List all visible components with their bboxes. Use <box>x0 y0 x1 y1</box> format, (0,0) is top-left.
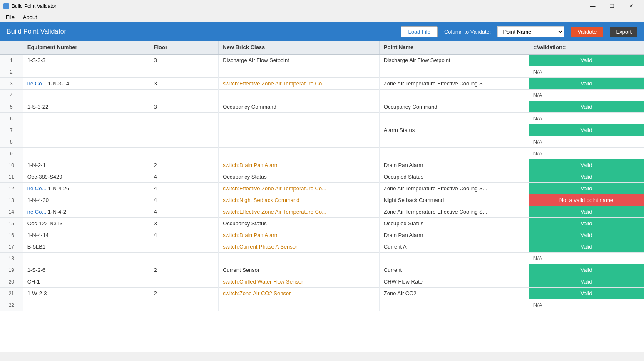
cell-validation: N/A <box>529 299 644 311</box>
cell-row-num: 11 <box>0 171 23 183</box>
cell-floor <box>149 148 219 159</box>
table-row: 20CH-1switch:Chilled Water Flow SensorCH… <box>0 276 644 288</box>
cell-validation: N/A <box>529 136 644 148</box>
load-file-button[interactable]: Load File <box>401 26 437 37</box>
cell-point-name: Night Setback Command <box>379 194 529 206</box>
cell-row-num: 6 <box>0 113 23 124</box>
cell-brick-class <box>219 136 380 148</box>
cell-equipment <box>23 148 149 159</box>
validate-button[interactable]: Validate <box>571 27 603 37</box>
cell-validation: N/A <box>529 253 644 264</box>
cell-floor: 4 <box>149 229 219 241</box>
cell-validation: Valid <box>529 288 644 299</box>
table-row: 51-S-3-223Occupancy CommandOccupancy Com… <box>0 101 644 113</box>
table-row: 2N/A <box>0 66 644 78</box>
table-row: 6N/A <box>0 113 644 124</box>
cell-row-num: 8 <box>0 136 23 148</box>
cell-point-name <box>379 299 529 311</box>
table-row: 161-N-4-144switch:Drain Pan AlarmDrain P… <box>0 229 644 241</box>
table-row: 18N/A <box>0 253 644 264</box>
table-row: 17B-5LB1switch:Current Phase A SensorCur… <box>0 241 644 253</box>
cell-brick-class <box>219 66 380 78</box>
cell-row-num: 3 <box>0 78 23 90</box>
cell-validation: Valid <box>529 171 644 183</box>
table-row: 7Alarm StatusValid <box>0 124 644 136</box>
col-header-brick: New Brick Class <box>219 41 380 54</box>
cell-point-name <box>379 253 529 264</box>
cell-row-num: 1 <box>0 54 23 66</box>
cell-validation: Valid <box>529 54 644 66</box>
table-row: 22N/A <box>0 299 644 311</box>
table-row: 191-S-2-62Current SensorCurrentValid <box>0 264 644 276</box>
table-row: 14ire Co... 1-N-4-24switch:Effective Zon… <box>0 206 644 218</box>
cell-validation: N/A <box>529 113 644 124</box>
cell-brick-class <box>219 90 380 101</box>
cell-row-num: 4 <box>0 90 23 101</box>
cell-validation: Valid <box>529 101 644 113</box>
menu-about[interactable]: About <box>19 13 41 21</box>
column-validate-label: Column to Validate: <box>444 29 491 35</box>
cell-row-num: 21 <box>0 288 23 299</box>
table-row: 3ire Co... 1-N-3-143switch:Effective Zon… <box>0 78 644 90</box>
menu-file[interactable]: File <box>2 13 19 21</box>
table-row: 15Occ-122-N3133Occupancy StatusOccupied … <box>0 218 644 229</box>
cell-row-num: 16 <box>0 229 23 241</box>
cell-floor <box>149 276 219 288</box>
cell-row-num: 19 <box>0 264 23 276</box>
cell-point-name <box>379 136 529 148</box>
cell-floor: 3 <box>149 54 219 66</box>
cell-brick-class: switch:Effective Zone Air Temperature Co… <box>219 206 380 218</box>
cell-point-name: Occupancy Command <box>379 101 529 113</box>
table-container: Equipment Number Floor New Brick Class P… <box>0 41 644 352</box>
cell-brick-class: Occupancy Command <box>219 101 380 113</box>
cell-validation: N/A <box>529 66 644 78</box>
cell-row-num: 13 <box>0 194 23 206</box>
cell-equipment <box>23 124 149 136</box>
cell-equipment: B-5LB1 <box>23 241 149 253</box>
close-button[interactable]: ✕ <box>622 0 641 12</box>
cell-row-num: 10 <box>0 159 23 171</box>
cell-equipment <box>23 253 149 264</box>
title-bar: Build Point Validator — ☐ ✕ <box>0 0 644 12</box>
cell-validation: N/A <box>529 90 644 101</box>
maximize-button[interactable]: ☐ <box>602 0 622 12</box>
data-table: Equipment Number Floor New Brick Class P… <box>0 41 644 311</box>
cell-equipment: ire Co... 1-N-4-2 <box>23 206 149 218</box>
cell-equipment: ire Co... 1-N-4-26 <box>23 183 149 194</box>
cell-row-num: 9 <box>0 148 23 159</box>
column-select[interactable]: Point Name <box>497 26 564 37</box>
cell-floor: 2 <box>149 288 219 299</box>
cell-equipment <box>23 90 149 101</box>
cell-floor: 4 <box>149 206 219 218</box>
cell-floor: 4 <box>149 194 219 206</box>
cell-point-name <box>379 90 529 101</box>
cell-point-name <box>379 66 529 78</box>
table-row: 101-N-2-12switch:Drain Pan AlarmDrain Pa… <box>0 159 644 171</box>
cell-brick-class: switch:Drain Pan Alarm <box>219 159 380 171</box>
cell-equipment: 1-N-2-1 <box>23 159 149 171</box>
export-button[interactable]: Export <box>610 27 637 37</box>
cell-validation: Valid <box>529 206 644 218</box>
cell-floor: 2 <box>149 159 219 171</box>
cell-point-name: Current <box>379 264 529 276</box>
cell-validation: Valid <box>529 183 644 194</box>
cell-floor: 3 <box>149 101 219 113</box>
col-header-equipment: Equipment Number <box>23 41 149 54</box>
cell-equipment: 1-W-2-3 <box>23 288 149 299</box>
cell-floor <box>149 113 219 124</box>
cell-floor <box>149 66 219 78</box>
cell-validation: Valid <box>529 276 644 288</box>
cell-floor: 3 <box>149 78 219 90</box>
cell-brick-class: Current Sensor <box>219 264 380 276</box>
title-bar-controls: — ☐ ✕ <box>583 0 641 12</box>
cell-brick-class: switch:Current Phase A Sensor <box>219 241 380 253</box>
table-row: 9N/A <box>0 148 644 159</box>
app-header: Build Point Validator Load File Column t… <box>0 22 644 41</box>
cell-floor <box>149 136 219 148</box>
cell-point-name <box>379 113 529 124</box>
title-bar-title: Build Point Validator <box>12 3 56 9</box>
minimize-button[interactable]: — <box>583 0 602 12</box>
cell-brick-class: Occupancy Status <box>219 218 380 229</box>
cell-point-name: Current A <box>379 241 529 253</box>
cell-brick-class: switch:Effective Zone Air Temperature Co… <box>219 78 380 90</box>
